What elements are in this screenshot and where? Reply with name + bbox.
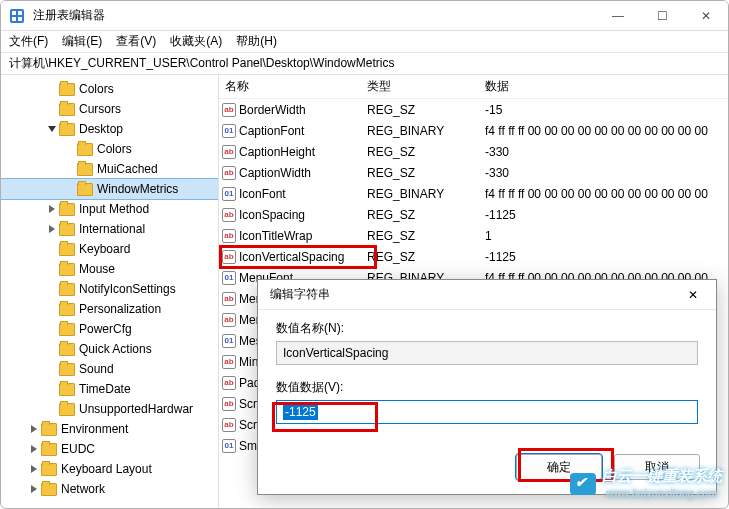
value-row[interactable]: 01CaptionFontREG_BINARYf4 ff ff ff 00 00…	[219, 120, 728, 141]
tree-item-label: Environment	[61, 422, 128, 436]
value-data: -1125	[485, 208, 728, 222]
tree-item[interactable]: Desktop	[1, 119, 218, 139]
tree-item[interactable]: International	[1, 219, 218, 239]
string-value-icon: ab	[222, 250, 236, 264]
value-name: IconVerticalSpacing	[239, 250, 367, 264]
folder-icon	[77, 183, 93, 196]
tree-item[interactable]: Quick Actions	[1, 339, 218, 359]
menu-file[interactable]: 文件(F)	[9, 33, 48, 50]
string-value-icon: ab	[222, 103, 236, 117]
tree-item-label: International	[79, 222, 145, 236]
string-value-icon: ab	[222, 166, 236, 180]
ok-button[interactable]: 确定	[516, 454, 602, 480]
tree-caret-icon[interactable]	[45, 205, 59, 213]
col-name[interactable]: 名称	[219, 78, 367, 95]
tree-item-label: Personalization	[79, 302, 161, 316]
string-value-icon: ab	[222, 208, 236, 222]
folder-icon	[41, 423, 57, 436]
address-bar[interactable]: 计算机\HKEY_CURRENT_USER\Control Panel\Desk…	[1, 53, 728, 75]
tree-caret-icon[interactable]	[45, 125, 59, 133]
cancel-button[interactable]: 取消	[614, 454, 700, 480]
svg-marker-9	[31, 445, 37, 453]
value-data: f4 ff ff ff 00 00 00 00 00 00 00 00 00 0…	[485, 124, 728, 138]
string-value-icon: ab	[222, 229, 236, 243]
svg-rect-2	[18, 11, 22, 15]
string-value-icon: ab	[222, 355, 236, 369]
menu-edit[interactable]: 编辑(E)	[62, 33, 102, 50]
close-button[interactable]: ✕	[684, 1, 728, 31]
tree-item[interactable]: Cursors	[1, 99, 218, 119]
tree-item[interactable]: EUDC	[1, 439, 218, 459]
value-row[interactable]: abIconSpacingREG_SZ-1125	[219, 204, 728, 225]
tree-item-label: TimeDate	[79, 382, 131, 396]
value-name: IconTitleWrap	[239, 229, 367, 243]
col-type[interactable]: 类型	[367, 78, 485, 95]
column-headers: 名称 类型 数据	[219, 75, 728, 99]
tree-item-label: WindowMetrics	[97, 182, 178, 196]
folder-icon	[59, 203, 75, 216]
minimize-button[interactable]: —	[596, 1, 640, 31]
tree-caret-icon[interactable]	[27, 445, 41, 453]
value-name: IconSpacing	[239, 208, 367, 222]
tree-item[interactable]: Personalization	[1, 299, 218, 319]
value-row[interactable]: 01IconFontREG_BINARYf4 ff ff ff 00 00 00…	[219, 183, 728, 204]
tree-view[interactable]: ColorsCursorsDesktopColorsMuiCachedWindo…	[1, 75, 219, 509]
edit-string-dialog: 编辑字符串 ✕ 数值名称(N): 数值数据(V): -1125 确定 取消	[257, 279, 717, 495]
svg-rect-1	[12, 11, 16, 15]
value-row[interactable]: abIconTitleWrapREG_SZ1	[219, 225, 728, 246]
tree-caret-icon[interactable]	[45, 225, 59, 233]
maximize-button[interactable]: ☐	[640, 1, 684, 31]
folder-icon	[59, 323, 75, 336]
folder-icon	[77, 143, 93, 156]
value-row[interactable]: abCaptionHeightREG_SZ-330	[219, 141, 728, 162]
tree-item[interactable]: Mouse	[1, 259, 218, 279]
value-data: -330	[485, 166, 728, 180]
tree-item-label: Cursors	[79, 102, 121, 116]
tree-item[interactable]: Environment	[1, 419, 218, 439]
tree-item[interactable]: TimeDate	[1, 379, 218, 399]
value-row[interactable]: abIconVerticalSpacingREG_SZ-1125	[219, 246, 728, 267]
tree-item[interactable]: Keyboard	[1, 239, 218, 259]
value-name: IconFont	[239, 187, 367, 201]
folder-icon	[41, 483, 57, 496]
title-bar: 注册表编辑器 — ☐ ✕	[1, 1, 728, 31]
data-field[interactable]: -1125	[276, 400, 698, 424]
menu-help[interactable]: 帮助(H)	[236, 33, 277, 50]
tree-caret-icon[interactable]	[27, 485, 41, 493]
binary-value-icon: 01	[222, 124, 236, 138]
dialog-close-button[interactable]: ✕	[676, 282, 710, 308]
tree-item[interactable]: Colors	[1, 79, 218, 99]
menu-view[interactable]: 查看(V)	[116, 33, 156, 50]
folder-icon	[59, 123, 75, 136]
tree-item[interactable]: PowerCfg	[1, 319, 218, 339]
value-row[interactable]: abBorderWidthREG_SZ-15	[219, 99, 728, 120]
tree-item[interactable]: Network	[1, 479, 218, 499]
value-type: REG_BINARY	[367, 187, 485, 201]
tree-item[interactable]: MuiCached	[1, 159, 218, 179]
tree-caret-icon[interactable]	[27, 465, 41, 473]
string-value-icon: ab	[222, 292, 236, 306]
menu-favorites[interactable]: 收藏夹(A)	[170, 33, 222, 50]
tree-item-label: Desktop	[79, 122, 123, 136]
svg-marker-6	[49, 205, 55, 213]
value-row[interactable]: abCaptionWidthREG_SZ-330	[219, 162, 728, 183]
tree-item[interactable]: Keyboard Layout	[1, 459, 218, 479]
tree-item[interactable]: Input Method	[1, 199, 218, 219]
tree-item[interactable]: NotifyIconSettings	[1, 279, 218, 299]
value-data: -330	[485, 145, 728, 159]
tree-caret-icon[interactable]	[27, 425, 41, 433]
string-value-icon: ab	[222, 397, 236, 411]
svg-marker-11	[31, 485, 37, 493]
window-title: 注册表编辑器	[33, 7, 596, 24]
tree-item[interactable]: WindowMetrics	[1, 179, 218, 199]
tree-item-label: PowerCfg	[79, 322, 132, 336]
tree-item-label: Mouse	[79, 262, 115, 276]
value-type: REG_SZ	[367, 208, 485, 222]
tree-item[interactable]: Colors	[1, 139, 218, 159]
tree-item[interactable]: UnsupportedHardwar	[1, 399, 218, 419]
tree-item[interactable]: Sound	[1, 359, 218, 379]
value-name: CaptionFont	[239, 124, 367, 138]
folder-icon	[59, 103, 75, 116]
col-data[interactable]: 数据	[485, 78, 728, 95]
value-type: REG_SZ	[367, 103, 485, 117]
